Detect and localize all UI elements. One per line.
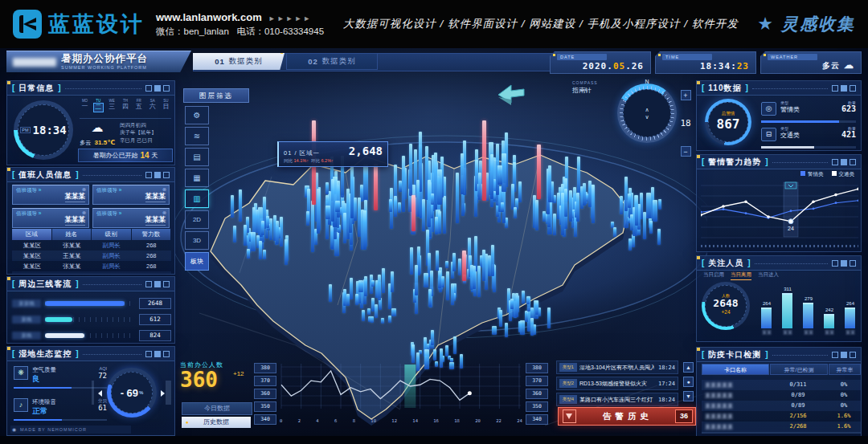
weekday[interactable]: WE三 bbox=[107, 99, 117, 112]
close-icon[interactable]: ⊗ bbox=[162, 210, 166, 215]
window-icon[interactable] bbox=[154, 281, 161, 287]
alert-time: 18:24 bbox=[654, 365, 678, 371]
legend-item[interactable]: 交通类 bbox=[832, 171, 855, 178]
bars-icon[interactable]: ▥ bbox=[185, 189, 209, 208]
tab-data-category-1[interactable]: 01 数据类别 bbox=[193, 53, 285, 70]
pager-dot-icon[interactable]: ● bbox=[683, 377, 694, 387]
weekday[interactable]: FR五 bbox=[133, 99, 144, 112]
minimize-icon[interactable] bbox=[832, 85, 838, 92]
duty-leader-card: 值班领导 »某某某⊗ bbox=[12, 185, 89, 205]
history-data-button[interactable]: 历史数据 bbox=[182, 417, 251, 428]
scrollbar[interactable] bbox=[702, 432, 861, 434]
weekday[interactable]: SA六 bbox=[147, 99, 158, 112]
settings-icon[interactable]: ⚙ bbox=[185, 106, 209, 124]
duty-leader-card: 值班领导 »某某某⊗ bbox=[92, 208, 170, 228]
mode-2d[interactable]: 2D bbox=[185, 210, 209, 229]
alert-time: 18:24 bbox=[654, 397, 678, 403]
window-icon[interactable] bbox=[841, 85, 847, 92]
column-header[interactable]: 级别 bbox=[92, 229, 131, 240]
gauge-right-arrow[interactable] bbox=[161, 390, 165, 397]
phone-label: 电话：010-63334945 bbox=[236, 26, 324, 36]
checkpoint-header-tab[interactable]: 卡口名称 bbox=[702, 364, 769, 375]
focus-tab[interactable]: 当日离用 bbox=[731, 271, 751, 280]
window-icon[interactable] bbox=[154, 85, 161, 92]
x-tick: 20 bbox=[475, 418, 481, 423]
focus-tab[interactable]: 当日启用 bbox=[703, 271, 724, 280]
minimize-icon[interactable] bbox=[145, 172, 152, 178]
legend-item[interactable]: 警情类 bbox=[800, 171, 824, 178]
noise-icon: ♪ bbox=[14, 398, 28, 412]
window-icon[interactable] bbox=[841, 159, 847, 165]
expand-icon[interactable] bbox=[163, 351, 170, 357]
window-icon[interactable] bbox=[154, 351, 161, 357]
expand-icon[interactable] bbox=[850, 260, 856, 267]
checkpoint-detected: 2/268 bbox=[769, 422, 827, 432]
minimize-icon[interactable] bbox=[832, 260, 838, 267]
zoom-out-button[interactable]: − bbox=[681, 146, 691, 157]
focus-bar bbox=[803, 303, 813, 328]
window-icon[interactable] bbox=[154, 172, 161, 178]
flow-row: 某线824 bbox=[12, 330, 171, 341]
expand-icon[interactable] bbox=[850, 85, 856, 92]
minimize-icon[interactable] bbox=[145, 281, 152, 287]
minimize-icon[interactable] bbox=[832, 159, 838, 165]
camera-icon: ◎ bbox=[761, 102, 776, 116]
bar-label: 某某 bbox=[841, 329, 859, 336]
website-link[interactable]: www.lanlanwork.com bbox=[156, 11, 262, 23]
week-row: MO一TU二WE三TH四FR五SA六SU日 bbox=[80, 99, 171, 112]
expand-icon[interactable] bbox=[163, 85, 170, 92]
table-row: 某某区张某某副局长268 bbox=[12, 240, 171, 251]
mode-blocks[interactable]: 板块 bbox=[185, 252, 209, 271]
x-tick: 24 bbox=[517, 418, 522, 423]
minimize-icon[interactable] bbox=[832, 352, 838, 358]
weekday[interactable]: MO一 bbox=[80, 99, 90, 112]
checkpoint-header-tab[interactable]: 异常率 bbox=[829, 364, 861, 375]
flow-value: 2648 bbox=[139, 298, 171, 309]
pager-down-icon[interactable]: ▼ bbox=[683, 391, 694, 401]
window-icon[interactable] bbox=[841, 260, 847, 267]
chart-icon[interactable]: ▤ bbox=[185, 148, 209, 166]
signal-icon[interactable]: ≋ bbox=[185, 127, 209, 145]
alert-list: 类型1湿地3-104片区有不明人员闯入18:24类型2RD13-53烟感报警疑似… bbox=[556, 360, 678, 409]
column-header[interactable]: 警力数 bbox=[132, 229, 171, 240]
wechat-label: 微信：ben_lanlan bbox=[156, 26, 229, 36]
close-icon[interactable]: ⊗ bbox=[82, 186, 86, 192]
alert-count-badge: 36 bbox=[675, 409, 693, 423]
checkpoint-detected: 2/156 bbox=[769, 411, 827, 422]
column-header[interactable]: 姓名 bbox=[52, 229, 92, 240]
alert-history-button[interactable]: 告警历史 36 bbox=[558, 407, 696, 426]
minimize-icon[interactable] bbox=[145, 351, 152, 357]
clock-time: 18:34 bbox=[33, 124, 67, 136]
close-icon[interactable]: ⊗ bbox=[162, 186, 166, 192]
y-tick: 360 bbox=[254, 389, 276, 399]
pager-up-icon[interactable]: ▲ bbox=[683, 362, 694, 373]
weekday[interactable]: TH四 bbox=[120, 99, 130, 112]
column-header[interactable]: 区域 bbox=[12, 229, 51, 240]
checkpoint-rate: 0% bbox=[827, 380, 861, 390]
alarm-type-count: 623 bbox=[841, 104, 856, 113]
grid-icon[interactable]: ▦ bbox=[185, 169, 209, 187]
tab-data-category-2[interactable]: 02 数据类别 bbox=[286, 53, 378, 70]
panel-110-data: [110数据] 总警情867 ◎类型警情类数量623⊟类型交通类数量421 bbox=[696, 80, 862, 151]
minimize-icon[interactable] bbox=[145, 85, 152, 92]
gauge-left-arrow[interactable] bbox=[98, 390, 102, 397]
expand-icon[interactable] bbox=[163, 172, 170, 178]
zoom-in-button[interactable]: + bbox=[681, 90, 691, 100]
expand-icon[interactable] bbox=[850, 159, 856, 165]
duty-leader-name: 某某某 bbox=[145, 192, 166, 202]
bar-label: 某某 bbox=[821, 329, 838, 336]
leaf-icon: ❋ bbox=[14, 366, 28, 380]
panel-title: 值班人员信息 bbox=[18, 169, 72, 181]
bar-label: 某某 bbox=[800, 329, 817, 336]
weekday[interactable]: SU日 bbox=[161, 99, 171, 112]
today-data-button[interactable]: 今日数据 bbox=[182, 402, 252, 415]
mode-3d[interactable]: 3D bbox=[185, 231, 209, 250]
duty-leader-card: 值班领导 »某某某⊗ bbox=[92, 185, 170, 205]
window-icon[interactable] bbox=[841, 352, 847, 358]
expand-icon[interactable] bbox=[163, 281, 170, 287]
expand-icon[interactable] bbox=[850, 352, 856, 358]
weekday[interactable]: TU二 bbox=[93, 99, 104, 112]
close-icon[interactable]: ⊗ bbox=[82, 210, 86, 215]
checkpoint-header-tab[interactable]: 异常/已检测 bbox=[770, 364, 828, 375]
summer-notice: 暑期办公已开始14天 bbox=[78, 149, 173, 162]
